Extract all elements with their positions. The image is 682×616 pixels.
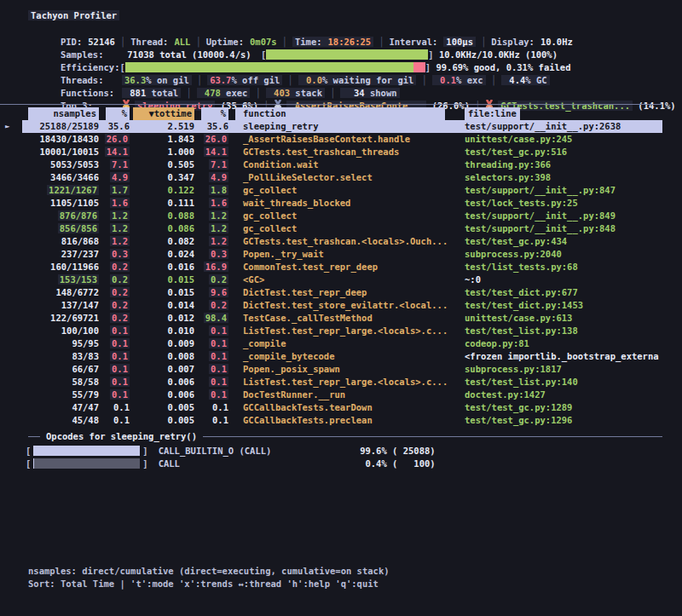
separator: │ [282, 37, 287, 47]
cell-function-name: GCTests.test_trashcan.<locals>.Ouch... [228, 235, 452, 248]
cell-file-line: test/list_tests.py:68 [452, 261, 662, 273]
bar-open-bracket: [ [26, 458, 31, 469]
table-row[interactable]: 137/1470.20.0140.2DictTest.test_store_ev… [0, 299, 662, 312]
divider-dash [203, 436, 662, 437]
table-row[interactable]: ►25188/2518935.62.51935.6sleeping_retryt… [0, 120, 662, 133]
footer-keybindings: Sort: Total Time | 't':mode 'x':trends ↔… [28, 578, 390, 590]
cell-file-line: selectors.py:398 [452, 171, 662, 184]
cell-pct-direct: 7.1 [99, 158, 130, 171]
column-header-pct-direct[interactable]: % [99, 107, 130, 120]
table-row[interactable]: 856/8561.20.0861.2gc_collecttest/support… [0, 222, 662, 235]
profiler-screen: Tachyon Profiler PID:52146│Thread:ALL│Up… [0, 0, 682, 616]
cell-pct-direct: 0.1 [99, 414, 130, 427]
cell-pct-direct: 26.0 [99, 133, 130, 146]
cell-nsamples: 100/100 [22, 325, 99, 337]
cell-nsamples: 55/79 [22, 389, 99, 401]
table-row[interactable]: 153/1530.20.0150.2<GC>~:0 [0, 273, 662, 286]
efficiency-bar [125, 62, 425, 72]
thread-value[interactable]: ALL [174, 37, 190, 47]
cell-tottime: 0.016 [130, 261, 194, 273]
column-header-file-line[interactable]: file:line [452, 107, 662, 120]
table-row[interactable]: 18430/1843026.01.84326.0_AssertRaisesBas… [0, 133, 662, 146]
cell-pct-cumulative: 9.6 [194, 286, 228, 299]
profiler-header: Tachyon Profiler PID:52146│Thread:ALL│Up… [28, 9, 682, 100]
column-header-pct-cumulative[interactable]: % [194, 107, 228, 120]
cell-pct-cumulative: 16.9 [194, 261, 228, 273]
selected-row-marker [0, 184, 22, 197]
table-row[interactable]: 47/470.10.0050.1GCCallbackTests.tearDown… [0, 401, 662, 414]
display-label: Display: [491, 37, 535, 47]
table-row[interactable]: 1105/11051.60.1111.6wait_threads_blocked… [0, 197, 662, 210]
table-row[interactable]: 58/580.10.0060.1ListTest.test_repr_large… [0, 376, 662, 389]
status-line: PID:52146│Thread:ALL│Uptime:0m07s│Time:1… [28, 23, 682, 36]
cell-file-line: test/test_dict.py:677 [452, 286, 662, 299]
selected-row-marker [0, 376, 22, 389]
table-row[interactable]: 160/119660.20.01616.9CommonTest.test_rep… [0, 261, 662, 273]
cell-pct-cumulative: 0.2 [194, 273, 228, 286]
cell-pct-cumulative: 7.1 [194, 158, 228, 171]
cell-file-line: unittest/case.py:245 [452, 133, 662, 146]
table-row[interactable]: 3466/34664.90.3474.9_PollLikeSelector.se… [0, 171, 662, 184]
table-row[interactable]: 83/830.10.0080.1_compile_bytecode<frozen… [0, 350, 662, 363]
column-header-function[interactable]: function [228, 107, 452, 120]
cell-function-name: Condition.wait [228, 158, 452, 171]
cell-nsamples: 95/95 [22, 337, 99, 350]
separator: │ [330, 88, 335, 98]
selected-row-marker [0, 210, 22, 222]
cell-file-line: test/test_gc.py:1289 [452, 401, 662, 414]
cell-pct-cumulative: 0.1 [194, 350, 228, 363]
column-header-tottime-sorted[interactable]: ▼tottime [130, 107, 194, 120]
opcode-row: []CALL_BUILTIN_O (CALL)99.6% ( 25088) [26, 444, 436, 457]
cell-function-name: gc_collect [228, 210, 452, 222]
cell-pct-direct: 0.2 [99, 299, 130, 312]
cell-tottime: 0.505 [130, 158, 194, 171]
cell-file-line: test/support/__init__.py:847 [452, 184, 662, 197]
cell-nsamples: 3466/3466 [22, 171, 99, 184]
cell-nsamples: 237/237 [22, 248, 99, 261]
cell-file-line: test/test_list.py:140 [452, 376, 662, 389]
cell-tottime: 0.010 [130, 325, 194, 337]
table-row[interactable]: 5053/50537.10.5057.1Condition.waitthread… [0, 158, 662, 171]
selected-row-marker [0, 325, 22, 337]
bar-open-bracket: [ [26, 446, 31, 456]
selected-row-marker [0, 337, 22, 350]
cell-pct-direct: 1.2 [99, 235, 130, 248]
cell-pct-cumulative: 1.2 [194, 222, 228, 235]
table-row[interactable]: 237/2370.30.0240.3Popen._try_waitsubproc… [0, 248, 662, 261]
table-row[interactable]: 45/480.10.0050.1GCCallbackTests.preclean… [0, 414, 662, 427]
display-value: 10.0Hz [540, 37, 573, 47]
table-row[interactable]: 122/697210.20.01298.4TestCase._callTestM… [0, 312, 662, 325]
table-row[interactable]: 95/950.10.0090.1_compilecodeop.py:81 [0, 337, 662, 350]
table-row[interactable]: 55/790.10.0060.1DocTestRunner.__rundocte… [0, 389, 662, 401]
table-row[interactable]: 148/67720.20.0159.6DictTest.test_repr_de… [0, 286, 662, 299]
cell-nsamples: 83/83 [22, 350, 99, 363]
cell-file-line: test/lock_tests.py:25 [452, 197, 662, 210]
cell-function-name: gc_collect [228, 222, 452, 235]
cell-pct-cumulative: 0.1 [194, 325, 228, 337]
stat-value: 36.3% on gil [122, 75, 192, 85]
opcode-usage-bar-fill [33, 458, 34, 469]
table-top-divider [0, 104, 662, 105]
functions-label: Functions: [61, 87, 122, 100]
table-row[interactable]: 100/1000.10.0100.1ListTest.test_repr_lar… [0, 325, 662, 337]
selected-row-marker [0, 171, 22, 184]
cell-pct-direct: 0.1 [99, 376, 130, 389]
column-header-nsamples[interactable]: nsamples [22, 107, 99, 120]
cell-pct-direct: 1.2 [99, 210, 130, 222]
table-row[interactable]: 876/8761.20.0881.2gc_collecttest/support… [0, 210, 662, 222]
table-row[interactable]: 1221/12671.70.1221.8gc_collecttest/suppo… [0, 184, 662, 197]
samples-rate-bar-fill [266, 49, 428, 60]
cell-file-line: test/test_list.py:138 [452, 325, 662, 337]
table-row[interactable]: 10001/1001514.11.00014.1GCTests.test_tra… [0, 146, 662, 158]
uptime-value: 0m07s [250, 37, 277, 47]
cell-pct-direct: 0.2 [99, 286, 130, 299]
cell-nsamples: 137/147 [22, 299, 99, 312]
cell-tottime: 0.008 [130, 350, 194, 363]
selected-row-marker [0, 363, 22, 376]
table-row[interactable]: 66/670.10.0070.1Popen._posix_spawnsubpro… [0, 363, 662, 376]
cell-pct-direct: 1.7 [99, 184, 130, 197]
table-row[interactable]: 816/8681.20.0821.2GCTests.test_trashcan.… [0, 235, 662, 248]
cell-pct-cumulative: 1.2 [194, 235, 228, 248]
functions-stats: 881 total│ 478 exec│ 403 stack│ 34 shown [122, 88, 400, 98]
cell-file-line: <frozen importlib._bootstrap_externa [452, 350, 662, 363]
